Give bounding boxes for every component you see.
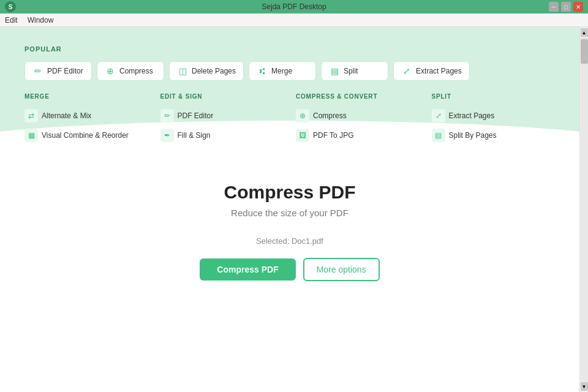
compress-pdf-button[interactable]: Compress PDF [200,258,295,281]
compress-cat-icon: ⊕ [296,109,309,123]
extract-pages-icon: ⤢ [401,66,412,77]
pdf-editor-cat-icon: ✏ [160,109,174,123]
split-icon: ▤ [329,66,340,77]
category-split: SPLIT ⤢ Extract Pages ▤ Split By Pages [432,93,556,145]
more-options-button[interactable]: More options [303,258,380,281]
action-buttons: Compress PDF More options [12,258,567,281]
content-area: POPULAR ✏ PDF Editor ⊕ Compress ◫ Delete… [0,27,579,392]
popular-merge[interactable]: ⑆ Merge [249,61,316,81]
menu-window[interactable]: Window [28,16,54,24]
scroll-thumb[interactable] [581,39,588,64]
delete-pages-icon: ◫ [177,66,188,77]
merge-icon: ⑆ [257,66,268,77]
alternate-mix-label: Alternate & Mix [42,111,91,120]
main-container: POPULAR ✏ PDF Editor ⊕ Compress ◫ Delete… [0,27,588,392]
compress-item[interactable]: ⊕ Compress [296,106,420,126]
window-controls: ─ □ ✕ [549,2,583,12]
bottom-section: Compress PDF Reduce the size of your PDF… [0,157,579,317]
popular-split-label: Split [344,67,358,75]
scroll-down-button[interactable]: ▼ [581,382,588,391]
compress-cat-label: Compress [313,111,347,120]
pdf-editor-icon: ✏ [32,66,43,77]
popular-merge-label: Merge [271,67,292,75]
merge-category-label: MERGE [24,93,148,100]
selected-file: Selected: Doc1.pdf [12,236,567,246]
compress-convert-category-label: COMPRESS & CONVERT [296,93,420,100]
split-category-label: SPLIT [432,93,556,100]
popular-extract-pages[interactable]: ⤢ Extract Pages [393,61,470,81]
pdf-editor-cat-label: PDF Editor [178,111,214,120]
category-compress-convert: COMPRESS & CONVERT ⊕ Compress 🖼 PDF To J… [296,93,420,145]
split-by-pages-label: Split By Pages [449,131,497,140]
category-merge: MERGE ⇄ Alternate & Mix ▦ Visual Combine… [24,93,148,145]
minimize-button[interactable]: ─ [549,2,559,12]
title-bar: S Sejda PDF Desktop ─ □ ✕ [0,0,588,13]
visual-combine-icon: ▦ [24,129,38,142]
categories-row: MERGE ⇄ Alternate & Mix ▦ Visual Combine… [24,93,555,145]
fill-sign-icon: ✒ [160,129,174,142]
popular-split[interactable]: ▤ Split [321,61,388,81]
visual-combine-item[interactable]: ▦ Visual Combine & Reorder [24,126,148,145]
pdf-to-jpg-label: PDF To JPG [313,131,353,140]
window-title: Sejda PDF Desktop [262,2,326,11]
close-button[interactable]: ✕ [573,2,583,12]
popular-extract-pages-label: Extract Pages [416,67,462,75]
extract-pages-cat-icon: ⤢ [432,109,445,123]
page-title: Compress PDF [12,182,567,203]
category-edit-sign: EDIT & SIGN ✏ PDF Editor ✒ Fill & Sign [160,93,284,145]
popular-pdf-editor-label: PDF Editor [47,67,83,75]
pdf-to-jpg-icon: 🖼 [296,129,309,142]
maximize-button[interactable]: □ [561,2,571,12]
popular-row: ✏ PDF Editor ⊕ Compress ◫ Delete Pages ⑆… [24,61,555,81]
pdf-to-jpg-item[interactable]: 🖼 PDF To JPG [296,126,420,145]
extract-pages-item[interactable]: ⤢ Extract Pages [432,106,556,126]
page-subtitle: Reduce the size of your PDF [12,208,567,218]
menu-bar: Edit Window [0,13,588,27]
scroll-up-button[interactable]: ▲ [581,28,588,37]
alternate-mix-item[interactable]: ⇄ Alternate & Mix [24,106,148,126]
top-section: POPULAR ✏ PDF Editor ⊕ Compress ◫ Delete… [0,27,579,157]
popular-label: POPULAR [24,45,555,53]
fill-sign-item[interactable]: ✒ Fill & Sign [160,126,284,145]
scrollbar[interactable]: ▲ ▼ [579,27,588,392]
extract-pages-cat-label: Extract Pages [449,111,495,120]
alternate-mix-icon: ⇄ [24,109,38,123]
visual-combine-label: Visual Combine & Reorder [42,131,129,140]
scroll-track[interactable] [581,37,588,382]
split-by-pages-item[interactable]: ▤ Split By Pages [432,126,556,145]
fill-sign-label: Fill & Sign [178,131,211,140]
popular-delete-pages-label: Delete Pages [192,67,236,75]
popular-pdf-editor[interactable]: ✏ PDF Editor [24,61,92,81]
pdf-editor-item[interactable]: ✏ PDF Editor [160,106,284,126]
compress-icon: ⊕ [105,66,116,77]
popular-compress[interactable]: ⊕ Compress [97,61,164,81]
popular-compress-label: Compress [119,67,153,75]
split-by-pages-icon: ▤ [432,129,445,142]
edit-sign-category-label: EDIT & SIGN [160,93,284,100]
popular-delete-pages[interactable]: ◫ Delete Pages [169,61,244,81]
app-logo: S [5,1,16,12]
menu-edit[interactable]: Edit [5,16,18,24]
